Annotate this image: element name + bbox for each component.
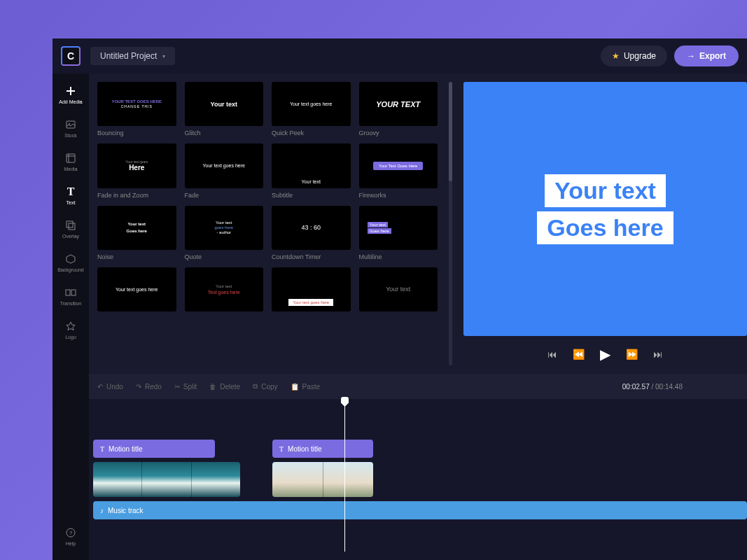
clip-label: Motion title — [288, 445, 321, 453]
upgrade-label: Upgrade — [624, 51, 656, 61]
template-thumb: Your text goesHere — [97, 144, 176, 188]
preview-area: Your text Goes here ⏮ ⏪ ▶ ⏩ ⏭ — [455, 74, 747, 374]
video-clip-1[interactable] — [93, 462, 240, 497]
nav-stock[interactable]: Stock — [54, 113, 88, 144]
overlay-icon — [64, 219, 77, 232]
template-fade-zoom[interactable]: Your text goesHere Fade in and Zoom — [97, 144, 176, 198]
edit-toolbar: ↶Undo ↷Redo ✂Split 🗑Delete ⧉Copy 📋Paste … — [89, 374, 747, 399]
clip-label: Music track — [108, 507, 144, 514]
stock-icon — [64, 118, 77, 131]
upgrade-button[interactable]: ★ Upgrade — [601, 46, 667, 66]
nav-overlay[interactable]: Overlay — [54, 214, 88, 244]
template-library: YOUR TEXT GOES HERECHANGE THIS Bouncing … — [89, 74, 446, 374]
time-display: 00:02.57 / 00:14.48 — [622, 383, 683, 391]
video-frame — [323, 462, 374, 497]
nav-label: Add Media — [59, 99, 82, 104]
scrollbar-thumb[interactable] — [449, 82, 452, 181]
time-current: 00:02.57 — [622, 383, 650, 391]
video-frame — [93, 462, 141, 497]
template-fireworks[interactable]: Your Text Goes Here Fireworks — [359, 144, 438, 198]
template-thumb: Your textText goes here — [185, 267, 264, 312]
template-countdown[interactable]: 43 : 60 Countdown Timer — [272, 206, 351, 260]
template-thumb: YOUR TEXT GOES HERECHANGE THIS — [97, 82, 176, 126]
title-clip-2[interactable]: T Motion title — [272, 440, 373, 458]
rewind-icon[interactable]: ⏪ — [573, 349, 585, 360]
logo-icon — [64, 320, 77, 332]
nav-label: Background — [57, 267, 83, 272]
template-fade[interactable]: Your text goes here Fade — [185, 144, 264, 198]
template-thumb: 43 : 60 — [272, 206, 351, 250]
export-button[interactable]: → Export — [674, 46, 739, 66]
preview-canvas[interactable]: Your text Goes here — [463, 82, 747, 336]
template-quick-peek[interactable]: Your text goes here Quick Peek — [272, 82, 351, 136]
template-multiline[interactable]: Your textGoes here Multiline — [359, 206, 438, 260]
svg-rect-4 — [69, 223, 75, 230]
nav-help[interactable]: ? Help — [54, 521, 88, 552]
music-clip[interactable]: ♪ Music track — [93, 501, 747, 519]
template-thumb: Your text goes here — [272, 267, 351, 312]
app-window: C Untitled Project ▾ ★ Upgrade → Export … — [53, 38, 747, 560]
project-title-text: Untitled Project — [100, 51, 157, 61]
template-groovy[interactable]: YOUR TEXT Groovy — [359, 82, 438, 136]
template-bouncing[interactable]: YOUR TEXT GOES HERECHANGE THIS Bouncing — [97, 82, 176, 136]
title-track: T Motion title T Motion title — [89, 440, 747, 458]
nav-logo[interactable]: Logo — [54, 314, 88, 345]
timeline[interactable]: T Motion title T Motion title — [89, 399, 747, 560]
project-title[interactable]: Untitled Project ▾ — [90, 47, 175, 65]
template-label: Subtitle — [272, 192, 351, 199]
template-item[interactable]: Your text — [359, 267, 438, 315]
star-icon: ★ — [612, 51, 620, 61]
paste-button[interactable]: 📋Paste — [291, 383, 321, 391]
redo-icon: ↷ — [136, 383, 141, 391]
nav-transition[interactable]: Transition — [54, 281, 88, 312]
playhead[interactable] — [344, 399, 345, 552]
template-thumb: Your Text Goes Here — [359, 144, 438, 188]
template-subtitle[interactable]: Your text Subtitle — [272, 144, 351, 198]
template-glitch[interactable]: Your text Glitch — [185, 82, 264, 136]
redo-button[interactable]: ↷Redo — [136, 383, 162, 391]
svg-rect-6 — [71, 290, 76, 295]
split-button[interactable]: ✂Split — [174, 383, 197, 391]
svg-rect-2 — [67, 154, 75, 162]
undo-button[interactable]: ↶Undo — [97, 383, 123, 391]
copy-button[interactable]: ⧉Copy — [253, 382, 277, 391]
skip-start-icon[interactable]: ⏮ — [547, 349, 557, 360]
template-thumb: Your text goes here — [185, 144, 264, 188]
nav-background[interactable]: Background — [54, 247, 88, 278]
video-frame — [191, 462, 240, 497]
template-item[interactable]: Your text goes here — [272, 267, 351, 315]
template-thumb: YOUR TEXT — [359, 82, 438, 126]
template-noise[interactable]: Your textGoes here Noise — [97, 206, 176, 260]
undo-icon: ↶ — [97, 383, 103, 391]
skip-end-icon[interactable]: ⏭ — [653, 349, 663, 360]
template-label: Fireworks — [359, 192, 438, 199]
template-item[interactable]: Your text goes here — [97, 267, 176, 315]
template-label: Noise — [97, 253, 176, 260]
nav-label: Stock — [64, 133, 77, 138]
svg-rect-5 — [66, 290, 70, 295]
nav-label: Help — [66, 541, 76, 546]
template-label: Fade — [185, 192, 264, 199]
title-clip-1[interactable]: T Motion title — [93, 440, 215, 458]
template-thumb: Your text — [272, 144, 351, 188]
app-logo[interactable]: C — [61, 46, 81, 66]
play-icon[interactable]: ▶ — [600, 346, 610, 363]
template-thumb: Your text goes here — [272, 82, 351, 126]
template-label: Glitch — [185, 130, 264, 136]
nav-media[interactable]: Media — [54, 146, 88, 177]
template-item[interactable]: Your textText goes here — [185, 267, 264, 315]
arrow-right-icon: → — [687, 51, 695, 61]
sidebar: Add Media Stock Media T Text Overlay Bac… — [53, 74, 89, 560]
preview-text-line2: Goes here — [537, 211, 673, 244]
clip-label: Motion title — [109, 445, 142, 453]
video-frame — [141, 462, 190, 497]
nav-label: Transition — [60, 301, 81, 306]
nav-add-media[interactable]: Add Media — [54, 79, 88, 110]
library-scrollbar[interactable] — [449, 82, 452, 365]
nav-text[interactable]: T Text — [54, 180, 88, 211]
template-quote[interactable]: Your textgoes here- author Quote — [185, 206, 264, 260]
template-thumb: Your text — [185, 82, 264, 126]
forward-icon[interactable]: ⏩ — [626, 349, 638, 360]
video-clip-2[interactable] — [272, 462, 373, 497]
delete-button[interactable]: 🗑Delete — [209, 383, 240, 391]
